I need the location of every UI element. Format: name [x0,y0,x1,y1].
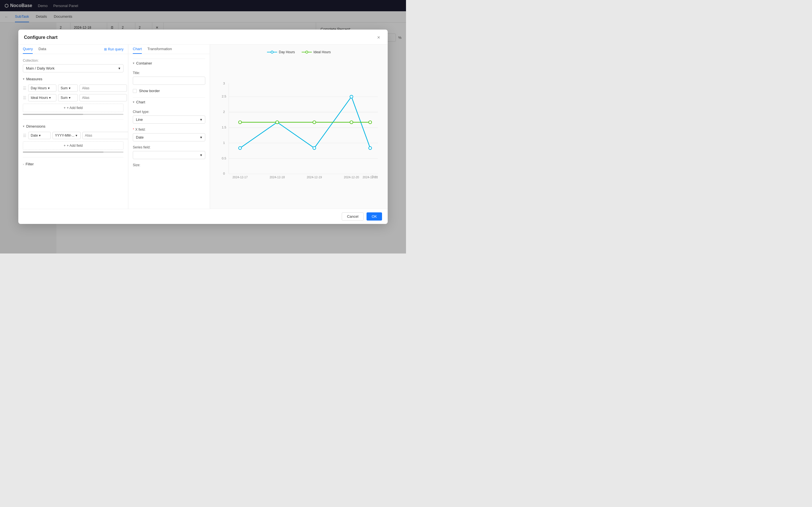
tab-data[interactable]: Data [38,47,46,54]
svg-point-26 [350,121,353,124]
chevron-down-icon: ▾ [69,96,70,100]
chart-config-section-header[interactable]: ▾ Chart [133,98,205,107]
dialog-overlay: Configure chart × Query Data ⊞ Run query [0,0,406,253]
measures-add-field-button[interactable]: + + Add field [23,104,123,112]
legend-ideal-hours-line [302,50,312,54]
chart-panel: Day Hours Ideal Hours 0 [210,45,388,209]
series-field-label: Series field: [133,145,205,149]
svg-text:1.5: 1.5 [221,126,226,129]
svg-text:2.5: 2.5 [221,95,226,98]
drag-handle[interactable]: ☰ [23,96,27,100]
ideal-hours-select[interactable]: Ideal Hours ▾ [28,94,56,101]
svg-text:2024-12-17: 2024-12-17 [232,175,248,179]
mid-panel-tabs: Chart Transformation [128,45,210,54]
svg-text:2024-12-18: 2024-12-18 [269,175,285,179]
title-input[interactable] [133,76,205,85]
svg-point-25 [313,121,316,124]
run-query-button[interactable]: ⊞ Run query [104,47,123,54]
day-hours-alias-input[interactable] [80,84,127,92]
dialog-body: Query Data ⊞ Run query Collection: Main … [18,45,388,209]
ideal-hours-alias-input[interactable] [80,94,127,101]
dialog-title: Configure chart [24,35,57,40]
container-section-header[interactable]: ▾ Container [133,59,205,68]
dialog-header: Configure chart × [18,30,388,45]
chevron-down-icon: ▾ [200,153,202,157]
chart-type-form-row: Chart type: Line ▾ [133,110,205,124]
show-border-label: Show border [139,89,160,93]
chart-config-title: Chart [136,100,145,104]
chevron-down-icon: ▾ [133,61,135,65]
svg-text:2: 2 [223,110,225,114]
legend-ideal-hours: Ideal Hours [302,50,331,54]
measures-scrollbar [23,114,123,115]
day-hours-field-row: ☰ Day Hours ▾ Sum ▾ [23,84,123,92]
tab-transformation[interactable]: Transformation [147,47,172,54]
date-field-select[interactable]: Date ▾ [28,132,51,139]
drag-handle[interactable]: ☰ [23,133,27,138]
svg-point-20 [313,147,316,150]
chevron-down-icon: ▾ [133,100,135,104]
filter-section-header[interactable]: › Filter [23,162,123,166]
show-border-checkbox[interactable] [133,89,137,93]
x-field-select[interactable]: Date ▾ [133,133,205,142]
chart-config-section: ▾ Chart Chart type: Line ▾ [133,98,205,167]
svg-point-21 [350,95,353,98]
chevron-down-icon: ▾ [75,133,77,137]
cancel-button[interactable]: Cancel [342,212,364,221]
date-alias-input[interactable] [82,132,128,139]
day-hours-agg-select[interactable]: Sum ▾ [58,84,78,92]
dimensions-add-field-button[interactable]: + + Add field [23,142,123,150]
ideal-hours-field-row: ☰ Ideal Hours ▾ Sum ▾ [23,94,123,101]
mid-panel: Chart Transformation ▾ Container Title: [128,45,210,209]
ideal-hours-agg-select[interactable]: Sum ▾ [58,94,78,101]
chevron-down-icon: ▾ [200,117,202,122]
container-title: Container [136,61,152,65]
line-chart: 0 0.5 1 1.5 2 2.5 3 [216,59,382,203]
chart-type-label: Chart type: [133,110,205,114]
svg-text:3: 3 [223,82,225,85]
size-label: Size: [133,163,205,167]
svg-point-18 [239,147,242,150]
ok-button[interactable]: OK [366,212,382,221]
svg-point-22 [369,147,372,150]
close-button[interactable]: × [375,34,382,41]
filter-title: Filter [26,162,34,166]
title-label: Title: [133,71,205,75]
collection-select[interactable]: Main / Daily Work ▾ [23,64,123,72]
container-section: ▾ Container Title: Show border [133,59,205,93]
tab-query[interactable]: Query [23,47,33,54]
x-field-label: * X field: [133,128,205,131]
svg-text:Date: Date [371,175,378,178]
dialog-footer: Cancel OK [18,209,388,224]
left-panel: Query Data ⊞ Run query Collection: Main … [18,45,128,209]
collection-label: Collection: [23,59,123,62]
svg-text:0.5: 0.5 [221,157,226,160]
date-format-select[interactable]: YYYY-MM-... ▾ [52,132,81,139]
left-panel-tabs: Query Data ⊞ Run query [18,45,128,54]
svg-point-1 [271,51,273,53]
chevron-icon: ▾ [23,124,24,128]
chart-legend: Day Hours Ideal Hours [216,50,382,54]
chart-type-select[interactable]: Line ▾ [133,115,205,124]
chevron-down-icon: ▾ [200,135,202,139]
tab-chart[interactable]: Chart [133,47,142,54]
svg-text:2024-12-19: 2024-12-19 [307,175,322,179]
size-form-row: Size: [133,163,205,167]
measures-section-header[interactable]: ▾ Measures [23,77,123,81]
configure-chart-dialog: Configure chart × Query Data ⊞ Run query [18,30,388,224]
chevron-down-icon: ▾ [69,86,70,90]
date-field-row: ☰ Date ▾ YYYY-MM-... ▾ [23,132,123,139]
dimensions-scrollbar [23,152,123,153]
dimensions-title: Dimensions [26,124,45,128]
chevron-down-icon: ▾ [39,133,41,137]
series-field-form-row: Series field: ▾ [133,145,205,159]
divider [23,157,123,158]
svg-point-3 [306,51,308,53]
divider [23,119,123,120]
dimensions-section-header[interactable]: ▾ Dimensions [23,124,123,128]
svg-point-27 [369,121,372,124]
show-border-row: Show border [133,89,205,93]
series-field-select[interactable]: ▾ [133,151,205,159]
day-hours-select[interactable]: Day Hours ▾ [28,84,56,92]
drag-handle[interactable]: ☰ [23,86,27,91]
